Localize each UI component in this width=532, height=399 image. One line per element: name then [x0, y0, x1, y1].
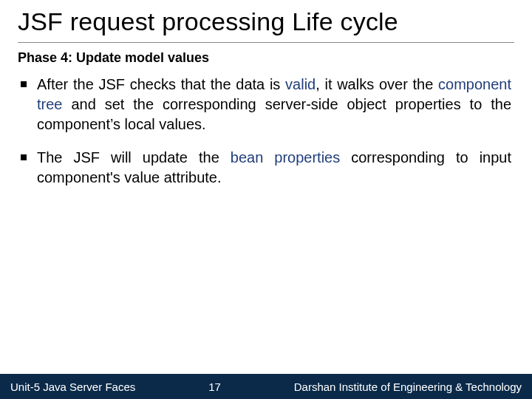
text-run: The JSF will update the: [37, 149, 231, 166]
bullet-icon: [21, 154, 27, 160]
bullet-icon: [21, 81, 27, 87]
bullet-list: After the JSF checks that the data is va…: [0, 75, 532, 201]
title-wrap: JSF request processing Life cycle: [0, 0, 532, 41]
keyword: bean properties: [231, 149, 340, 166]
list-item: After the JSF checks that the data is va…: [21, 75, 511, 134]
slide-title: JSF request processing Life cycle: [18, 7, 514, 36]
text-run: After the JSF checks that the data is: [37, 76, 285, 92]
footer-institute: Darshan Institute of Engineering & Techn…: [294, 381, 532, 393]
text-run: , it walks over the: [316, 76, 438, 92]
bullet-text: After the JSF checks that the data is va…: [37, 75, 511, 134]
footer-unit: Unit-5 Java Server Faces: [0, 381, 135, 393]
text-run: and set the corresponding server-side ob…: [37, 96, 511, 132]
slide-footer: Unit-5 Java Server Faces 17 Darshan Inst…: [0, 374, 532, 399]
keyword: valid: [285, 76, 316, 92]
slide-number: 17: [135, 381, 294, 393]
slide-subtitle: Phase 4: Update model values: [0, 50, 532, 75]
slide: JSF request processing Life cycle Phase …: [0, 0, 532, 399]
title-rule: [18, 42, 514, 43]
bullet-text: The JSF will update the bean properties …: [37, 148, 511, 188]
list-item: The JSF will update the bean properties …: [21, 148, 511, 188]
